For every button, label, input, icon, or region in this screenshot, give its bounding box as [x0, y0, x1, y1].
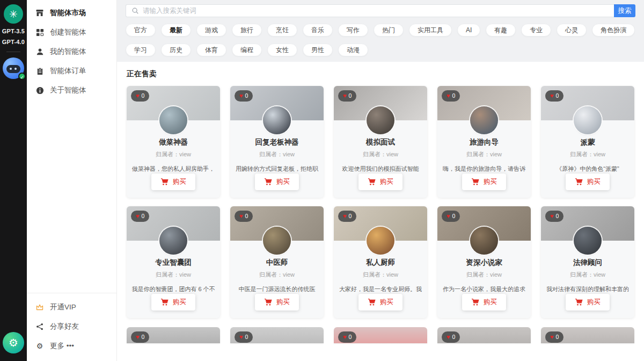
tag-pill[interactable]: 女性 — [267, 44, 297, 56]
agent-avatar[interactable]: ✓ — [3, 57, 24, 79]
agent-owner: 归属者：view — [156, 150, 191, 158]
tag-pill[interactable]: 心灵 — [557, 24, 587, 37]
tag-pill[interactable]: 写作 — [338, 24, 368, 37]
buy-button[interactable]: 购买 — [462, 294, 506, 311]
agent-card[interactable]: ♥ 0 中医师 归属者：view 中医是一门源远流长的传统医学，它不仅是一种治疗… — [230, 206, 324, 318]
search-input[interactable] — [143, 7, 609, 15]
likes-badge[interactable]: ♥ 0 — [338, 90, 356, 102]
agent-card[interactable]: ♥ 0 旅游向导 归属者：view 嗨，我是你的旅游向导，请告诉你想去的地点和你… — [437, 86, 531, 198]
main-area: 搜索 官方最新游戏旅行烹饪音乐写作热门实用工具AI有趣专业心灵角色扮演学习历史体… — [117, 0, 644, 361]
agent-card-partial[interactable]: ♥ 0 — [334, 327, 427, 343]
agent-card-partial[interactable]: ♥ 0 — [230, 327, 324, 343]
tag-pill[interactable]: 男性 — [303, 44, 333, 56]
tag-pill[interactable]: 烹饪 — [267, 24, 297, 37]
likes-badge[interactable]: ♥ 0 — [442, 331, 460, 343]
likes-count: 0 — [452, 93, 456, 99]
tag-pill[interactable]: 实用工具 — [409, 24, 452, 37]
app-window: ✳ GPT-3.5 GPT-4.0 ✓ ⚙ 智能体市场 创建智能体 — [0, 0, 644, 361]
buy-button[interactable]: 购买 — [566, 174, 610, 190]
tag-pill[interactable]: 热门 — [374, 24, 404, 37]
agent-card[interactable]: ♥ 0 法律顾问 归属者：view 我对法律有深刻的理解和丰富的实践经验，愿意为… — [541, 206, 634, 318]
tag-pill[interactable]: 官方 — [126, 24, 156, 37]
agent-card-partial[interactable]: ♥ 0 — [437, 327, 531, 343]
search-button[interactable]: 搜索 — [614, 4, 635, 17]
buy-button[interactable]: 购买 — [151, 294, 195, 311]
tag-pill[interactable]: 历史 — [161, 44, 191, 56]
buy-button[interactable]: 购买 — [151, 174, 195, 190]
sidebar-item-market[interactable]: 智能体市场 — [27, 3, 116, 23]
tag-pill[interactable]: 旅行 — [232, 24, 262, 37]
heart-icon: ♥ — [239, 93, 243, 99]
agent-card[interactable]: ♥ 0 派蒙 归属者：view 《原神》中的角色“派蒙” 购买 — [541, 86, 634, 198]
buy-button[interactable]: 购买 — [358, 294, 402, 311]
likes-badge[interactable]: ♥ 0 — [235, 331, 253, 343]
tag-pill[interactable]: 角色扮演 — [592, 24, 635, 37]
rail-divider — [6, 52, 20, 52]
tag-pill[interactable]: 最新 — [161, 24, 191, 37]
sidebar-item-about[interactable]: 关于智能体 — [27, 81, 116, 100]
sidebar-item-label: 我的智能体 — [50, 47, 86, 56]
buy-button-label: 购买 — [173, 177, 186, 186]
heart-icon: ♥ — [136, 213, 140, 219]
agent-card[interactable]: ♥ 0 专业智囊团 归属者：view 我是你的智囊团，团内有 6 个不同的董事作… — [127, 206, 220, 318]
likes-badge[interactable]: ♥ 0 — [545, 331, 564, 343]
tag-pill[interactable]: 有趣 — [486, 24, 516, 37]
agent-card[interactable]: ♥ 0 做菜神器 归属者：view 做菜神器，您的私人厨房助手，为您提供个性化的… — [127, 86, 220, 198]
sidebar-item-share[interactable]: 分享好友 — [27, 317, 116, 336]
buy-button-label: 购买 — [587, 298, 601, 307]
agent-card[interactable]: ♥ 0 资深小说家 归属者：view 作为一名小说家，我最大的追求是通过文字触动… — [437, 206, 531, 318]
likes-badge[interactable]: ♥ 0 — [131, 211, 149, 222]
tag-pill[interactable]: 游戏 — [196, 24, 226, 37]
buy-button[interactable]: 购买 — [462, 174, 506, 190]
tag-pill[interactable]: 动漫 — [338, 44, 368, 56]
tag-pill[interactable]: 学习 — [126, 44, 156, 56]
buy-button[interactable]: 购买 — [255, 174, 299, 190]
tag-pill[interactable]: 专业 — [521, 24, 551, 37]
agent-title: 中医师 — [266, 258, 288, 268]
sidebar-item-more[interactable]: ⚙ 更多 ••• — [27, 336, 116, 356]
heart-icon: ♥ — [550, 93, 554, 99]
buy-button-label: 购买 — [484, 298, 497, 307]
heart-icon: ♥ — [239, 213, 243, 219]
buy-button-label: 购买 — [276, 298, 290, 307]
model-label-gpt40[interactable]: GPT-4.0 — [2, 39, 25, 45]
likes-badge[interactable]: ♥ 0 — [338, 331, 356, 343]
heart-icon: ♥ — [136, 334, 140, 340]
likes-count: 0 — [349, 334, 352, 340]
likes-badge[interactable]: ♥ 0 — [235, 211, 253, 222]
buy-button[interactable]: 购买 — [566, 294, 610, 311]
sidebar-item-orders[interactable]: 智能体订单 — [27, 61, 116, 81]
sidebar-item-my-agents[interactable]: 我的智能体 — [27, 42, 116, 61]
likes-badge[interactable]: ♥ 0 — [235, 90, 253, 102]
tag-pill[interactable]: 音乐 — [303, 24, 333, 37]
openai-logo-icon[interactable]: ✳ — [4, 4, 23, 24]
buy-button-label: 购买 — [587, 177, 601, 186]
sidebar-item-create[interactable]: 创建智能体 — [27, 23, 116, 42]
model-label-gpt35[interactable]: GPT-3.5 — [2, 28, 25, 34]
share-icon — [35, 322, 44, 331]
likes-badge[interactable]: ♥ 0 — [442, 90, 460, 102]
tag-pill[interactable]: AI — [457, 24, 480, 37]
tag-pill[interactable]: 编程 — [232, 44, 262, 56]
likes-badge[interactable]: ♥ 0 — [131, 90, 149, 102]
agent-card[interactable]: ♥ 0 模拟面试 归属者：view 欢迎使用我们的模拟面试智能体，这是一款专门设… — [334, 86, 427, 198]
crown-icon — [35, 303, 44, 312]
tag-pill[interactable]: 体育 — [196, 44, 226, 56]
buy-button[interactable]: 购买 — [255, 294, 299, 311]
sidebar-item-vip[interactable]: 开通VIP — [27, 298, 116, 317]
agent-card[interactable]: ♥ 0 私人厨师 归属者：view 大家好，我是一名专业厨师。我对食物充满了热情… — [334, 206, 427, 318]
agent-card-partial[interactable]: ♥ 0 — [541, 327, 634, 343]
likes-badge[interactable]: ♥ 0 — [545, 90, 564, 102]
buy-button[interactable]: 购买 — [358, 174, 402, 190]
agent-card-partial[interactable]: ♥ 0 — [127, 327, 220, 343]
settings-avatar[interactable]: ⚙ — [3, 332, 24, 353]
likes-badge[interactable]: ♥ 0 — [442, 211, 460, 222]
likes-badge[interactable]: ♥ 0 — [131, 331, 149, 343]
cart-icon — [368, 298, 376, 306]
cart-icon — [471, 298, 479, 306]
heart-icon: ♥ — [550, 334, 554, 340]
likes-badge[interactable]: ♥ 0 — [545, 211, 564, 222]
heart-icon: ♥ — [343, 334, 347, 340]
likes-badge[interactable]: ♥ 0 — [338, 211, 356, 222]
agent-card[interactable]: ♥ 0 回复老板神器 归属者：view 用婉转的方式回复老板，拒绝职场PUA 从… — [230, 86, 324, 198]
